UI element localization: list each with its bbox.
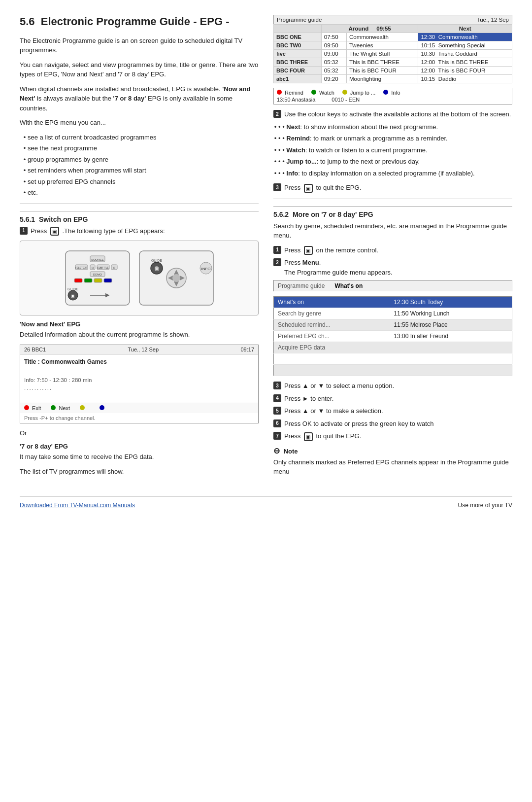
- table-row: [274, 353, 512, 365]
- more-epg-step2: 2 Press Menu. The Programme guide menu a…: [273, 258, 512, 277]
- note-text: Only channels marked as Preferred EPG ch…: [273, 457, 512, 477]
- step3-suffix: to quit the EPG.: [316, 184, 361, 191]
- step-a7-press: Press: [284, 432, 300, 440]
- day-epg-desc2: The list of TV programmes will show.: [20, 467, 259, 477]
- epg-footer-spacer2: [100, 405, 106, 411]
- epg-programme-info: Info: 7:50 - 12:30 : 280 min: [24, 377, 254, 383]
- blue-dot-icon: [100, 405, 104, 410]
- note-box: ⊖ Note Only channels marked as Preferred…: [273, 446, 512, 477]
- after-step-7: 7 Press ▣ to quit the EPG.: [273, 431, 512, 441]
- colour-key-list: • Next: to show information about the ne…: [278, 122, 512, 178]
- around-time: 05:32: [321, 58, 346, 67]
- section-title: 5.6 Electronic Programme Guide - EPG -: [20, 15, 259, 29]
- epg-features-list: see a list of current broadcasted progra…: [28, 133, 259, 198]
- now-next-desc: Detailed information about the current p…: [20, 330, 259, 340]
- th-channel: [274, 25, 322, 33]
- menu-value-cell: 12:30 South Today: [390, 297, 512, 308]
- prog-guide-table: Around 09:55 Next BBC ONE 07:50 Commonwe…: [273, 24, 512, 83]
- remote-svg: SOURCE TELETEXT ⊡ SUBTITLE ⊡ DEMO: [61, 246, 218, 310]
- bullet-jump: • Jump to...: to jump to the next or pre…: [278, 157, 512, 167]
- epg-footer-item: Exit: [24, 405, 41, 411]
- now-next-heading: 'Now and Next' EPG: [20, 320, 259, 328]
- yellow-dot-icon: [80, 405, 85, 410]
- step-m1-suffix: on the remote control.: [316, 246, 378, 254]
- around-time: 07:50: [321, 33, 346, 41]
- step-num-a4: 4: [273, 394, 281, 402]
- intro-p4: With the EPG menu you can...: [20, 118, 259, 128]
- around-prog: The Wright Stuff: [346, 50, 418, 58]
- epg-date: Tue., 12 Sep: [128, 347, 159, 352]
- svg-rect-13: [74, 279, 82, 282]
- footer-link[interactable]: Downloaded From TV-Manual.com Manuals: [20, 502, 135, 509]
- table-row: Search by genre 11:50 Working Lunch: [274, 308, 512, 319]
- more-epg-step1: 1 Press ▣ on the remote control.: [273, 245, 512, 255]
- subsection-title: Switch on EPG: [39, 215, 88, 223]
- channel-cell: five: [274, 50, 322, 58]
- feature-item: see a list of current broadcasted progra…: [28, 133, 259, 142]
- yellow-dot: [342, 90, 347, 95]
- step-num-1: 1: [20, 227, 28, 235]
- menu-value-cell: 13:00 In aller Freund: [390, 331, 512, 342]
- table-row: abc1 09:20 Moonlighting 10:15 Daddio: [274, 75, 512, 83]
- prog-guide-header: Programme guide Tue., 12 Sep: [273, 15, 512, 24]
- svg-text:DEMO: DEMO: [93, 273, 102, 276]
- prog-footer-bottom: 13:50 Anastasia 0010 - EEN: [277, 97, 509, 103]
- epg-box-header: 26 BBC1 Tue., 12 Sep 09:17: [20, 345, 258, 354]
- channel-cell: BBC THREE: [274, 58, 322, 67]
- around-prog: Commonwealth: [346, 33, 418, 41]
- menu-value-cell: [390, 342, 512, 353]
- step-num-a3: 3: [273, 382, 281, 389]
- intro-p1: The Electronic Programme guide is an on …: [20, 36, 259, 55]
- blue-dot: [383, 90, 388, 95]
- feature-item: see the next programme: [28, 143, 259, 153]
- note-heading: Note: [284, 448, 298, 455]
- subsection-562-title: More on '7 or 8 day' EPG: [293, 210, 373, 218]
- step-a6-content: Press OK to activate or press the green …: [284, 419, 512, 429]
- menu-label-cell: Preferred EPG ch...: [274, 331, 390, 342]
- next-prog: 12:00 This is BBC THREE: [418, 58, 512, 67]
- step-2: 2 Use the colour keys to activate the av…: [273, 109, 512, 119]
- step-a4-content: Press ► to enter.: [284, 394, 512, 404]
- left-column: 5.6 Electronic Programme Guide - EPG - T…: [20, 15, 259, 482]
- exit-label: Exit: [32, 405, 41, 411]
- svg-text:⊡: ⊡: [113, 266, 115, 269]
- next-prog: 10:15 Daddio: [418, 75, 512, 83]
- subsection-562-number: 5.6.2: [273, 210, 289, 218]
- day-epg-desc1: It may take some time to receive the EPG…: [20, 452, 259, 462]
- footer-right: Use more of your TV: [458, 502, 512, 509]
- green-dot-icon: [51, 405, 56, 410]
- guide-quit-icon-7: ▣: [304, 432, 313, 441]
- info-desc: : to display information on a selected p…: [298, 170, 474, 177]
- svg-text:INFO: INFO: [201, 267, 210, 271]
- around-prog: Tweenies: [346, 41, 418, 50]
- svg-text:⊡: ⊡: [92, 266, 94, 269]
- step-m2-press: Press: [284, 259, 300, 266]
- around-prog: Moonlighting: [346, 75, 418, 83]
- red-dot-icon: [24, 405, 29, 410]
- feature-item: etc.: [28, 188, 259, 198]
- intro-p3: When digital channels are installed and …: [20, 84, 259, 113]
- right-column: Programme guide Tue., 12 Sep Around 09:5…: [273, 15, 512, 482]
- guide-icon-m1: ▣: [304, 246, 313, 255]
- step-m1-press: Press: [284, 246, 300, 254]
- subsection-number: 5.6.1: [20, 215, 35, 223]
- menu-empty-cell: [274, 365, 390, 376]
- bullet-info: • Info: to display information on a sele…: [278, 169, 512, 178]
- note-title: ⊖ Note: [273, 446, 512, 455]
- table-row: BBC THREE 05:32 This is BBC THREE 12:00 …: [274, 58, 512, 67]
- note-icon: ⊖: [273, 447, 280, 455]
- channel-cell: BBC ONE: [274, 33, 322, 41]
- epg-time: 09:17: [240, 347, 254, 352]
- after-step-4: 4 Press ► to enter.: [273, 394, 512, 404]
- remote-illustration: SOURCE TELETEXT ⊡ SUBTITLE ⊡ DEMO: [20, 241, 259, 315]
- svg-rect-15: [94, 279, 102, 282]
- bullet-watch: • Watch: to watch or listen to a current…: [278, 145, 512, 155]
- step-a5-content: Press ▲ or ▼ to make a selection.: [284, 406, 512, 416]
- feature-item: group programmes by genre: [28, 155, 259, 165]
- step3-press: Press: [284, 184, 300, 191]
- prog-table-body: BBC ONE 07:50 Commonwealth 12:30 Commonw…: [274, 33, 512, 83]
- page-footer: Downloaded From TV-Manual.com Manuals Us…: [20, 496, 512, 509]
- guide-quit-icon: ▣: [304, 184, 313, 193]
- epg-box-note: Press -P+ to change channel.: [20, 413, 258, 423]
- around-time: 05:32: [321, 67, 346, 75]
